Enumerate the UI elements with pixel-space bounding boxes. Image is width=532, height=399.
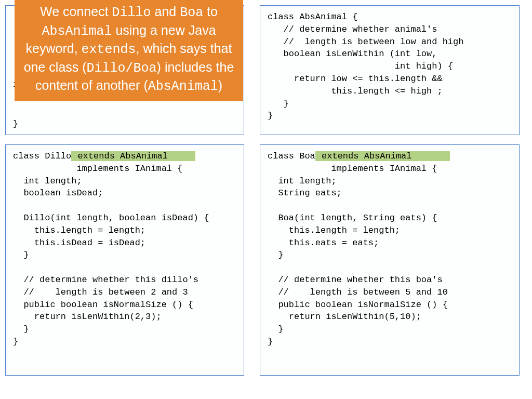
peek-brace: }	[13, 118, 18, 130]
dillo-rest: implements IAnimal { int length; boolean…	[13, 164, 209, 347]
boa-rest: implements IAnimal { int length; String …	[268, 164, 448, 347]
callout-m1: Dillo	[112, 5, 151, 20]
callout-t3: to	[203, 4, 218, 19]
callout-t7: )	[218, 78, 222, 92]
callout-m6: AbsAnimal	[148, 79, 218, 94]
dillo-extends-highlight: extends AbsAnimal	[71, 151, 195, 161]
explanation-callout: We connect Dillo and Boa to AbsAnimal us…	[15, 0, 243, 101]
boa-pre: class Boa	[268, 151, 315, 161]
dillo-pre: class Dillo	[13, 151, 71, 161]
callout-m4: extends	[82, 42, 136, 57]
callout-m3: AbsAnimal	[42, 24, 112, 39]
boa-extends-highlight: extends AbsAnimal	[315, 151, 450, 161]
callout-t1: We connect	[40, 4, 112, 19]
absanimal-code-box: class AbsAnimal { // determine whether a…	[260, 5, 520, 135]
boa-code-box: class Boa extends AbsAnimal implements I…	[260, 144, 520, 376]
callout-m5: Dillo/Boa	[87, 61, 157, 76]
dillo-code-box: class Dillo extends AbsAnimal implements…	[5, 144, 244, 376]
absanimal-code: class AbsAnimal { // determine whether a…	[268, 12, 463, 121]
callout-t2: and	[151, 4, 180, 19]
callout-m2: Boa	[180, 5, 203, 20]
